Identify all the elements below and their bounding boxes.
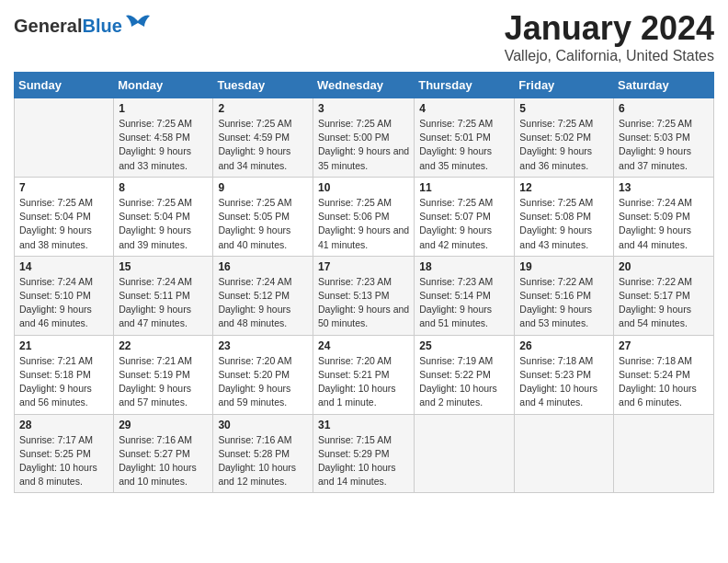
day-number: 12: [519, 181, 609, 194]
day-info: Sunrise: 7:24 AMSunset: 5:09 PMDaylight:…: [619, 196, 709, 252]
day-number: 1: [119, 102, 208, 115]
day-info: Sunrise: 7:25 AMSunset: 5:01 PMDaylight:…: [419, 117, 509, 173]
weekday-header: Monday: [114, 73, 213, 98]
day-number: 4: [419, 102, 509, 115]
calendar-day-cell: 17Sunrise: 7:23 AMSunset: 5:13 PMDayligh…: [313, 256, 414, 335]
calendar-day-cell: 22Sunrise: 7:21 AMSunset: 5:19 PMDayligh…: [114, 335, 213, 414]
calendar-day-cell: 4Sunrise: 7:25 AMSunset: 5:01 PMDaylight…: [415, 98, 515, 178]
calendar-day-cell: [415, 414, 515, 493]
day-number: 11: [419, 181, 509, 194]
day-number: 21: [19, 339, 108, 352]
calendar-day-cell: 15Sunrise: 7:24 AMSunset: 5:11 PMDayligh…: [114, 256, 213, 335]
day-number: 8: [119, 181, 208, 194]
day-info: Sunrise: 7:25 AMSunset: 4:58 PMDaylight:…: [119, 117, 208, 173]
day-info: Sunrise: 7:16 AMSunset: 5:27 PMDaylight:…: [119, 433, 208, 489]
day-info: Sunrise: 7:18 AMSunset: 5:24 PMDaylight:…: [619, 354, 709, 410]
day-number: 29: [119, 419, 208, 431]
calendar-day-cell: 25Sunrise: 7:19 AMSunset: 5:22 PMDayligh…: [415, 335, 515, 414]
day-number: 7: [19, 181, 108, 194]
calendar-day-cell: 21Sunrise: 7:21 AMSunset: 5:18 PMDayligh…: [15, 335, 114, 414]
day-info: Sunrise: 7:25 AMSunset: 5:00 PMDaylight:…: [318, 117, 409, 173]
subtitle: Vallejo, California, United States: [505, 48, 714, 64]
day-info: Sunrise: 7:25 AMSunset: 5:03 PMDaylight:…: [619, 117, 709, 173]
day-number: 9: [218, 181, 308, 194]
day-info: Sunrise: 7:17 AMSunset: 5:25 PMDaylight:…: [19, 433, 108, 489]
calendar-day-cell: 12Sunrise: 7:25 AMSunset: 5:08 PMDayligh…: [515, 177, 614, 256]
day-number: 23: [218, 339, 308, 352]
day-info: Sunrise: 7:23 AMSunset: 5:13 PMDaylight:…: [318, 275, 409, 331]
day-number: 10: [318, 181, 409, 194]
calendar-day-cell: 18Sunrise: 7:23 AMSunset: 5:14 PMDayligh…: [415, 256, 515, 335]
calendar-day-cell: 5Sunrise: 7:25 AMSunset: 5:02 PMDaylight…: [515, 98, 614, 178]
day-info: Sunrise: 7:21 AMSunset: 5:19 PMDaylight:…: [119, 354, 208, 410]
day-number: 31: [318, 419, 409, 431]
day-number: 17: [318, 260, 409, 273]
day-number: 22: [119, 339, 208, 352]
day-number: 18: [419, 260, 509, 273]
day-number: 3: [318, 102, 409, 115]
day-info: Sunrise: 7:25 AMSunset: 5:07 PMDaylight:…: [419, 196, 509, 252]
calendar-week-row: 21Sunrise: 7:21 AMSunset: 5:18 PMDayligh…: [15, 335, 714, 414]
day-number: 15: [119, 260, 208, 273]
calendar-day-cell: 10Sunrise: 7:25 AMSunset: 5:06 PMDayligh…: [313, 177, 414, 256]
day-info: Sunrise: 7:22 AMSunset: 5:16 PMDaylight:…: [519, 275, 609, 331]
calendar-day-cell: 13Sunrise: 7:24 AMSunset: 5:09 PMDayligh…: [614, 177, 714, 256]
weekday-header: Tuesday: [213, 73, 313, 98]
day-info: Sunrise: 7:24 AMSunset: 5:10 PMDaylight:…: [19, 275, 108, 331]
calendar-day-cell: 7Sunrise: 7:25 AMSunset: 5:04 PMDaylight…: [15, 177, 114, 256]
calendar-header-row: SundayMondayTuesdayWednesdayThursdayFrid…: [15, 73, 714, 98]
calendar-day-cell: [515, 414, 614, 493]
calendar-day-cell: 31Sunrise: 7:15 AMSunset: 5:29 PMDayligh…: [313, 414, 414, 493]
day-info: Sunrise: 7:25 AMSunset: 5:04 PMDaylight:…: [19, 196, 108, 252]
weekday-header: Friday: [515, 73, 614, 98]
calendar-week-row: 28Sunrise: 7:17 AMSunset: 5:25 PMDayligh…: [15, 414, 714, 493]
day-number: 25: [419, 339, 509, 352]
day-info: Sunrise: 7:19 AMSunset: 5:22 PMDaylight:…: [419, 354, 509, 410]
day-info: Sunrise: 7:21 AMSunset: 5:18 PMDaylight:…: [19, 354, 108, 410]
day-info: Sunrise: 7:20 AMSunset: 5:20 PMDaylight:…: [218, 354, 308, 410]
day-info: Sunrise: 7:25 AMSunset: 5:02 PMDaylight:…: [519, 117, 609, 173]
calendar-day-cell: [614, 414, 714, 493]
day-number: 2: [218, 102, 308, 115]
calendar-day-cell: 11Sunrise: 7:25 AMSunset: 5:07 PMDayligh…: [415, 177, 515, 256]
page-header: GeneralBlue January 2024 Vallejo, Califo…: [14, 9, 714, 64]
calendar-day-cell: 3Sunrise: 7:25 AMSunset: 5:00 PMDaylight…: [313, 98, 414, 178]
day-info: Sunrise: 7:24 AMSunset: 5:11 PMDaylight:…: [119, 275, 208, 331]
calendar-week-row: 7Sunrise: 7:25 AMSunset: 5:04 PMDaylight…: [15, 177, 714, 256]
weekday-header: Thursday: [415, 73, 515, 98]
weekday-header: Wednesday: [313, 73, 414, 98]
calendar-day-cell: 14Sunrise: 7:24 AMSunset: 5:10 PMDayligh…: [15, 256, 114, 335]
main-title: January 2024: [505, 9, 714, 48]
day-info: Sunrise: 7:25 AMSunset: 4:59 PMDaylight:…: [218, 117, 308, 173]
logo-general: General: [14, 16, 82, 36]
day-number: 16: [218, 260, 308, 273]
day-info: Sunrise: 7:25 AMSunset: 5:05 PMDaylight:…: [218, 196, 308, 252]
day-number: 14: [19, 260, 108, 273]
day-number: 24: [318, 339, 409, 352]
logo: GeneralBlue: [14, 14, 152, 38]
day-number: 5: [519, 102, 609, 115]
day-number: 28: [19, 419, 108, 431]
day-number: 19: [519, 260, 609, 273]
calendar-table: SundayMondayTuesdayWednesdayThursdayFrid…: [14, 72, 714, 493]
day-info: Sunrise: 7:20 AMSunset: 5:21 PMDaylight:…: [318, 354, 409, 410]
day-info: Sunrise: 7:18 AMSunset: 5:23 PMDaylight:…: [519, 354, 609, 410]
calendar-day-cell: 8Sunrise: 7:25 AMSunset: 5:04 PMDaylight…: [114, 177, 213, 256]
calendar-day-cell: 26Sunrise: 7:18 AMSunset: 5:23 PMDayligh…: [515, 335, 614, 414]
day-number: 30: [218, 419, 308, 431]
calendar-day-cell: 24Sunrise: 7:20 AMSunset: 5:21 PMDayligh…: [313, 335, 414, 414]
day-info: Sunrise: 7:15 AMSunset: 5:29 PMDaylight:…: [318, 433, 409, 489]
day-number: 13: [619, 181, 709, 194]
weekday-header: Sunday: [15, 73, 114, 98]
calendar-day-cell: 30Sunrise: 7:16 AMSunset: 5:28 PMDayligh…: [213, 414, 313, 493]
calendar-day-cell: 28Sunrise: 7:17 AMSunset: 5:25 PMDayligh…: [15, 414, 114, 493]
calendar-day-cell: [15, 98, 114, 178]
calendar-day-cell: 29Sunrise: 7:16 AMSunset: 5:27 PMDayligh…: [114, 414, 213, 493]
calendar-day-cell: 19Sunrise: 7:22 AMSunset: 5:16 PMDayligh…: [515, 256, 614, 335]
calendar-day-cell: 6Sunrise: 7:25 AMSunset: 5:03 PMDaylight…: [614, 98, 714, 178]
day-number: 26: [519, 339, 609, 352]
day-info: Sunrise: 7:22 AMSunset: 5:17 PMDaylight:…: [619, 275, 709, 331]
logo-blue-text: Blue: [82, 16, 121, 36]
day-info: Sunrise: 7:25 AMSunset: 5:08 PMDaylight:…: [519, 196, 609, 252]
day-info: Sunrise: 7:23 AMSunset: 5:14 PMDaylight:…: [419, 275, 509, 331]
